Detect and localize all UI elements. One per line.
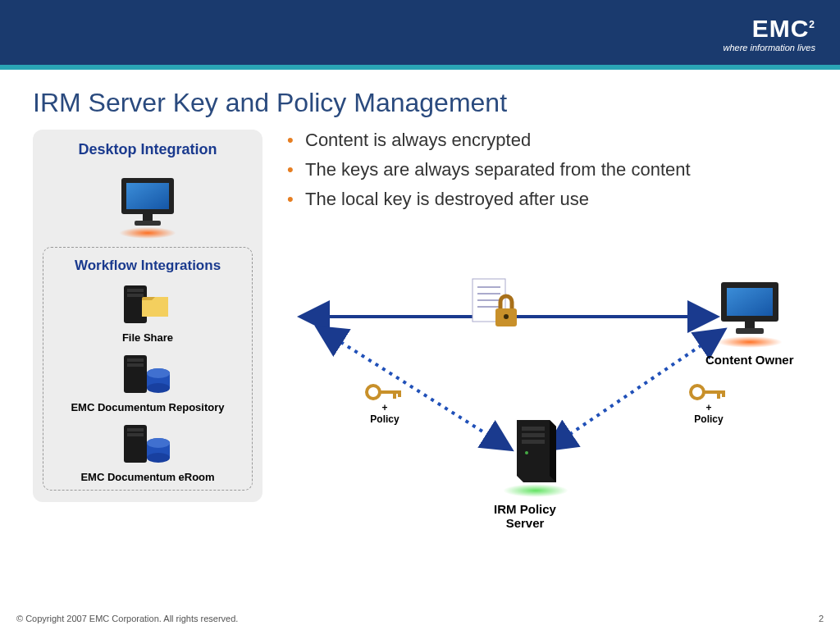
svg-rect-10 bbox=[127, 363, 144, 367]
page-title: IRM Server Key and Policy Management bbox=[0, 70, 840, 130]
svg-rect-6 bbox=[127, 294, 144, 297]
document-lock-icon bbox=[468, 276, 525, 333]
svg-point-21 bbox=[147, 438, 170, 448]
svg-point-39 bbox=[525, 451, 528, 454]
bullet-list: Content is always encrypted The keys are… bbox=[287, 130, 807, 210]
svg-line-23 bbox=[320, 329, 509, 448]
documentum-repo-label: EMC Documentum Repository bbox=[50, 401, 245, 413]
bullet-item: The keys are always separated from the c… bbox=[287, 159, 807, 180]
svg-point-14 bbox=[147, 368, 170, 378]
bullet-item: Content is always encrypted bbox=[287, 130, 807, 151]
documentum-repo-item: EMC Documentum Repository bbox=[50, 352, 245, 413]
diagram: Content Owner IRM Policy Server bbox=[287, 226, 807, 522]
svg-point-20 bbox=[147, 453, 170, 463]
svg-point-31 bbox=[504, 314, 509, 319]
documentum-eroom-item: EMC Documentum eRoom bbox=[50, 422, 245, 483]
brand-tagline: where information lives bbox=[724, 43, 816, 52]
key-policy-right: + Policy bbox=[689, 382, 728, 426]
brand-name: EMC bbox=[752, 15, 810, 42]
key-icon bbox=[689, 382, 728, 402]
footer: © Copyright 2007 EMC Corporation. All ri… bbox=[16, 614, 824, 623]
svg-point-13 bbox=[147, 383, 170, 393]
svg-rect-36 bbox=[522, 427, 545, 431]
svg-rect-1 bbox=[126, 183, 169, 209]
svg-point-44 bbox=[691, 386, 704, 399]
svg-rect-43 bbox=[398, 390, 401, 397]
file-share-item: File Share bbox=[50, 282, 245, 344]
svg-rect-41 bbox=[378, 390, 399, 394]
page-number: 2 bbox=[819, 614, 824, 623]
main-area: Content is always encrypted The keys are… bbox=[287, 130, 807, 522]
monitor-icon bbox=[43, 167, 253, 247]
sidebar: Desktop Integration Workflow Integration… bbox=[33, 130, 262, 522]
content-owner-label: Content Owner bbox=[705, 353, 794, 367]
policy-label-right: + Policy bbox=[689, 402, 728, 426]
bullet-item: The local key is destroyed after use bbox=[287, 189, 807, 210]
svg-rect-45 bbox=[702, 390, 724, 394]
svg-rect-2 bbox=[143, 214, 153, 221]
brand-sup: 2 bbox=[809, 19, 815, 30]
irm-server-node: IRM Policy Server bbox=[496, 415, 574, 530]
desktop-panel-title: Desktop Integration bbox=[43, 141, 253, 158]
copyright: © Copyright 2007 EMC Corporation. All ri… bbox=[16, 614, 238, 623]
svg-rect-17 bbox=[127, 433, 144, 436]
file-share-label: File Share bbox=[50, 331, 245, 344]
svg-rect-5 bbox=[127, 289, 144, 292]
svg-rect-35 bbox=[736, 328, 764, 334]
workflow-panel: Workflow Integrations File Share bbox=[43, 247, 253, 491]
svg-point-40 bbox=[367, 386, 380, 399]
desktop-panel: Desktop Integration Workflow Integration… bbox=[33, 130, 262, 502]
irm-server-label: IRM Policy Server bbox=[476, 502, 574, 530]
key-policy-left: + Policy bbox=[365, 382, 404, 426]
svg-rect-16 bbox=[127, 428, 144, 431]
header-bar: EMC2 where information lives bbox=[0, 0, 840, 70]
svg-rect-3 bbox=[135, 221, 161, 226]
svg-rect-34 bbox=[745, 322, 755, 328]
workflow-title: Workflow Integrations bbox=[50, 258, 245, 274]
svg-rect-47 bbox=[722, 390, 725, 397]
svg-rect-38 bbox=[522, 440, 545, 444]
content-owner-node: Content Owner bbox=[705, 277, 794, 367]
header-accent bbox=[0, 65, 840, 70]
svg-rect-9 bbox=[127, 358, 144, 362]
svg-rect-33 bbox=[727, 288, 773, 316]
policy-label-left: + Policy bbox=[365, 402, 404, 426]
svg-rect-42 bbox=[393, 390, 396, 399]
svg-rect-37 bbox=[522, 433, 545, 437]
svg-rect-46 bbox=[717, 390, 720, 399]
key-icon bbox=[365, 382, 404, 402]
documentum-eroom-label: EMC Documentum eRoom bbox=[50, 471, 245, 483]
brand-logo: EMC2 where information lives bbox=[724, 15, 816, 52]
